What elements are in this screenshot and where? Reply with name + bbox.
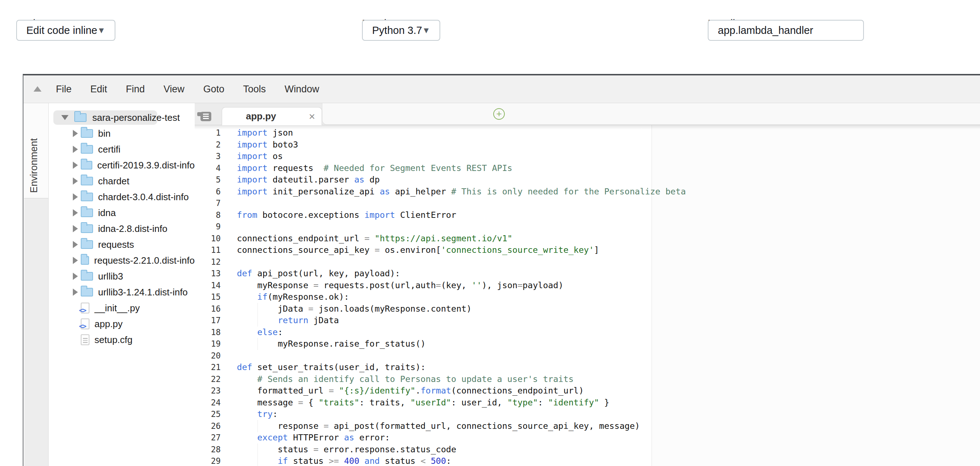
tree-item-label: app.py xyxy=(94,318,123,330)
indent-guide xyxy=(258,315,258,326)
tree-item-chardet[interactable]: chardet xyxy=(48,173,195,189)
tree-item-label: chardet-3.0.4.dist-info xyxy=(98,191,189,203)
chevron-right-icon[interactable] xyxy=(73,209,78,216)
folder-icon xyxy=(81,288,93,296)
code-line: def set_user_traits(user_id, traits): xyxy=(195,361,980,373)
code-line: try: xyxy=(195,408,980,420)
handler-input-wrap xyxy=(708,20,864,41)
tree-item-urllib3[interactable]: urllib3 xyxy=(48,268,195,284)
code-line: if status >= 400 and status < 500: xyxy=(195,455,980,466)
chevron-right-icon[interactable] xyxy=(73,130,78,137)
tab-list-icon[interactable] xyxy=(200,112,211,121)
folder-icon xyxy=(81,129,93,138)
tree-item-label: setup.cfg xyxy=(94,334,133,345)
chevron-right-icon[interactable] xyxy=(73,146,78,153)
code-line: message = { "traits": traits, "userId": … xyxy=(195,397,980,409)
tree-item-setup-cfg[interactable]: setup.cfg xyxy=(48,332,195,348)
code-line xyxy=(195,197,980,209)
folder-icon xyxy=(81,192,93,201)
tree-item-certifi-2019-3-9-dist-info[interactable]: certifi-2019.3.9.dist-info xyxy=(48,157,195,173)
tree-item-idna-2-8-dist-info[interactable]: idna-2.8.dist-info xyxy=(48,221,195,237)
folder-icon xyxy=(81,256,89,265)
folder-icon xyxy=(81,177,93,185)
tree-item--init-py[interactable]: <>__init__.py xyxy=(48,300,195,316)
code-line: myResponse = requests.post(url,auth=(key… xyxy=(195,280,980,291)
menu-item-find[interactable]: Find xyxy=(126,84,145,95)
menu-item-tools[interactable]: Tools xyxy=(243,84,266,95)
tree-item-app-py[interactable]: <>app.py xyxy=(48,316,195,332)
code-line: # Sends an identify call to Personas to … xyxy=(195,373,980,385)
folder-icon xyxy=(74,113,86,122)
editor-tab-bar: app.py × + xyxy=(195,103,980,125)
folder-icon xyxy=(81,208,93,217)
indent-guide xyxy=(258,338,258,350)
chevron-right-icon[interactable] xyxy=(73,193,78,200)
tree-item-chardet-3-0-4-dist-info[interactable]: chardet-3.0.4.dist-info xyxy=(48,189,195,205)
tree-item-label: requests xyxy=(98,239,134,250)
code-line: status = error.response.status_code xyxy=(195,444,980,456)
menu-item-window[interactable]: Window xyxy=(285,84,319,95)
menu-item-edit[interactable]: Edit xyxy=(91,84,107,95)
code-editor-area[interactable]: 1234567891011121314151617181920212223242… xyxy=(195,125,980,466)
indent-guide xyxy=(258,303,258,315)
tree-item-bin[interactable]: bin xyxy=(48,126,195,142)
code-entry-type-value: Edit code inline xyxy=(26,24,97,37)
environment-tab[interactable]: Environment xyxy=(29,126,43,205)
chevron-right-icon[interactable] xyxy=(73,241,78,248)
tree-item-certifi[interactable]: certifi xyxy=(48,142,195,157)
menu-item-goto[interactable]: Goto xyxy=(204,84,224,95)
menu-item-view[interactable]: View xyxy=(164,84,185,95)
tab-title: app.py xyxy=(246,111,276,122)
tree-item-idna[interactable]: idna xyxy=(48,205,195,221)
folder-icon xyxy=(81,161,92,170)
editor-menu-bar: FileEditFindViewGotoToolsWindow xyxy=(24,75,980,103)
config-file-icon xyxy=(81,334,89,345)
code-lines: import jsonimport boto3import osimport r… xyxy=(195,125,980,466)
folder-icon xyxy=(81,272,93,281)
code-entry-type-select[interactable]: Edit code inline ▼ xyxy=(16,20,115,41)
close-tab-icon[interactable]: × xyxy=(309,111,315,122)
code-line: connections_source_api_key = os.environ[… xyxy=(195,244,980,256)
tree-item-label: __init__.py xyxy=(94,302,140,314)
handler-input[interactable] xyxy=(718,24,854,37)
code-line: except HTTPError as error: xyxy=(195,432,980,444)
code-line xyxy=(195,221,980,233)
tab-bar-shadow xyxy=(195,125,980,129)
code-editor-frame: FileEditFindViewGotoToolsWindow Environm… xyxy=(23,74,980,466)
collapse-editor-icon[interactable] xyxy=(33,86,41,92)
tree-item-label: chardet xyxy=(98,176,129,187)
runtime-select[interactable]: Python 3.7 ▼ xyxy=(362,20,440,41)
chevron-right-icon[interactable] xyxy=(73,257,78,264)
tree-item-requests[interactable]: requests xyxy=(48,237,195,253)
tab-app-py[interactable]: app.py × xyxy=(222,107,322,125)
lambda-code-editor-page: Code entry type Edit code inline ▼ Runti… xyxy=(0,0,980,466)
tree-item-label: idna-2.8.dist-info xyxy=(98,223,167,234)
tree-item-label: urllib3-1.24.1.dist-info xyxy=(98,287,188,298)
code-line: formatted_url = "{:s}/identify".format(c… xyxy=(195,385,980,397)
chevron-right-icon[interactable] xyxy=(73,289,78,296)
add-tab-icon[interactable]: + xyxy=(493,108,505,120)
tree-item-label: idna xyxy=(98,207,116,219)
tree-item-label: urllib3 xyxy=(98,271,123,282)
code-line: connections_endpoint_url = "https://api.… xyxy=(195,233,980,245)
code-line: jData = json.loads(myResponse.content) xyxy=(195,303,980,315)
menu-item-file[interactable]: File xyxy=(56,84,72,95)
indent-guide xyxy=(258,455,258,466)
tree-item-label: requests-2.21.0.dist-info xyxy=(94,255,195,266)
chevron-down-icon[interactable] xyxy=(61,115,68,120)
tree-item-sara-personalize-test[interactable]: sara-personalize-test xyxy=(48,110,195,126)
indent-guide xyxy=(258,420,258,432)
code-line: import requests # Needed for Segment Eve… xyxy=(195,162,980,174)
chevron-right-icon[interactable] xyxy=(73,225,78,232)
tree-item-urllib3-1-24-1-dist-info[interactable]: urllib3-1.24.1.dist-info xyxy=(48,284,195,300)
chevron-right-icon[interactable] xyxy=(73,273,78,280)
tree-item-label: sara-personalize-test xyxy=(92,112,180,123)
chevron-right-icon[interactable] xyxy=(73,162,78,169)
chevron-right-icon[interactable] xyxy=(73,177,78,184)
tree-item-requests-2-21-0-dist-info[interactable]: requests-2.21.0.dist-info xyxy=(48,253,195,268)
chevron-down-icon: ▼ xyxy=(422,25,431,35)
code-line: myResponse.raise_for_status() xyxy=(195,338,980,350)
folder-icon xyxy=(81,240,93,249)
environment-sidebar-strip: Environment xyxy=(24,103,48,466)
code-line: if(myResponse.ok): xyxy=(195,291,980,303)
